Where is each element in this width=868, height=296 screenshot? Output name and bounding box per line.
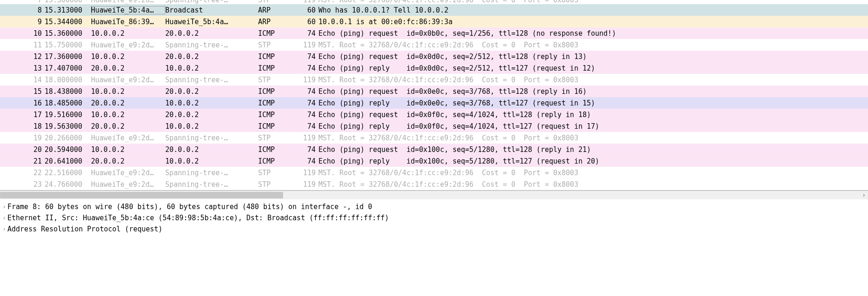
col-time: 24.766000 xyxy=(45,180,91,189)
col-source: 20.0.0.2 xyxy=(91,99,165,107)
packet-row[interactable]: 2020.59400010.0.0.220.0.0.2ICMP74Echo (p… xyxy=(0,144,868,155)
col-no: 19 xyxy=(0,134,45,142)
col-info: Echo (ping) request id=0x100c, seq=5/128… xyxy=(318,145,868,154)
packet-row[interactable]: 1819.56300020.0.0.210.0.0.2ICMP74Echo (p… xyxy=(0,120,868,132)
col-info: MST. Root = 32768/0/4c:1f:cc:e9:2d:96 Co… xyxy=(318,41,868,49)
packet-row[interactable]: 2120.64100020.0.0.210.0.0.2ICMP74Echo (p… xyxy=(0,155,868,167)
col-length: 119 xyxy=(292,180,318,189)
col-length: 74 xyxy=(292,111,318,119)
col-source: 10.0.0.2 xyxy=(91,87,165,96)
col-info: MST. Root = 32768/0/4c:1f:cc:e9:2d:96 Co… xyxy=(318,134,868,142)
col-length: 74 xyxy=(292,87,318,96)
col-protocol: ICMP xyxy=(258,99,292,107)
packet-row[interactable]: 1719.51600010.0.0.220.0.0.2ICMP74Echo (p… xyxy=(0,109,868,120)
col-no: 13 xyxy=(0,64,45,72)
col-no: 17 xyxy=(0,111,45,119)
col-source: 10.0.0.2 xyxy=(91,53,165,61)
col-time: 15.300000 xyxy=(45,0,91,4)
packet-list[interactable]: 715.300000HuaweiTe_e9:2d…Spanning-tree-…… xyxy=(0,0,868,191)
col-time: 20.641000 xyxy=(45,157,91,165)
scroll-right-arrow-icon[interactable]: › xyxy=(860,191,868,199)
packet-details-pane[interactable]: ›Frame 8: 60 bytes on wire (480 bits), 6… xyxy=(0,199,868,253)
packet-row[interactable]: 2324.766000HuaweiTe_e9:2d…Spanning-tree-… xyxy=(0,178,868,190)
detail-text: Frame 8: 60 bytes on wire (480 bits), 60… xyxy=(7,203,372,211)
col-info: MST. Root = 32768/0/4c:1f:cc:e9:2d:96 Co… xyxy=(318,180,868,189)
col-protocol: ARP xyxy=(258,18,292,26)
col-time: 18.438000 xyxy=(45,87,91,96)
col-destination: 20.0.0.2 xyxy=(165,111,258,119)
expand-chevron-icon[interactable]: › xyxy=(1,204,7,210)
packet-row[interactable]: 1920.266000HuaweiTe_e9:2d…Spanning-tree-… xyxy=(0,132,868,144)
col-protocol: ICMP xyxy=(258,157,292,165)
horizontal-scrollbar[interactable]: ‹ › xyxy=(0,191,868,199)
packet-row[interactable]: 2222.516000HuaweiTe_e9:2d…Spanning-tree-… xyxy=(0,167,868,178)
col-info: Echo (ping) reply id=0x0d0c, seq=2/512, … xyxy=(318,64,868,72)
col-source: 10.0.0.2 xyxy=(91,111,165,119)
col-destination: 20.0.0.2 xyxy=(165,53,258,61)
col-no: 11 xyxy=(0,41,45,49)
col-length: 119 xyxy=(292,76,318,84)
col-length: 60 xyxy=(292,6,318,14)
col-protocol: ICMP xyxy=(258,111,292,119)
packet-row[interactable]: 1217.36000010.0.0.220.0.0.2ICMP74Echo (p… xyxy=(0,51,868,62)
packet-row[interactable]: 1418.000000HuaweiTe_e9:2d…Spanning-tree-… xyxy=(0,74,868,86)
col-destination: Spanning-tree-… xyxy=(165,180,258,189)
detail-tree-item[interactable]: ›Ethernet II, Src: HuaweiTe_5b:4a:ce (54… xyxy=(1,212,868,224)
col-no: 14 xyxy=(0,76,45,84)
expand-chevron-icon[interactable]: › xyxy=(1,226,7,232)
col-time: 20.594000 xyxy=(45,145,91,154)
col-length: 74 xyxy=(292,99,318,107)
col-no: 9 xyxy=(0,18,45,26)
col-length: 74 xyxy=(292,53,318,61)
col-length: 119 xyxy=(292,0,318,4)
col-protocol: ICMP xyxy=(258,87,292,96)
expand-chevron-icon[interactable]: › xyxy=(1,215,7,221)
col-length: 74 xyxy=(292,122,318,131)
packet-row[interactable]: 815.313000HuaweiTe_5b:4a…BroadcastARP60W… xyxy=(0,4,868,16)
col-destination: 10.0.0.2 xyxy=(165,64,258,72)
col-protocol: STP xyxy=(258,169,292,177)
packet-row[interactable]: 1618.48500020.0.0.210.0.0.2ICMP74Echo (p… xyxy=(0,97,868,109)
detail-text: Address Resolution Protocol (request) xyxy=(7,225,162,233)
col-info: MST. Root = 32768/0/4c:1f:cc:e9:2d:96 Co… xyxy=(318,0,868,4)
col-protocol: ICMP xyxy=(258,53,292,61)
packet-row[interactable]: 715.300000HuaweiTe_e9:2d…Spanning-tree-…… xyxy=(0,0,868,4)
col-protocol: STP xyxy=(258,134,292,142)
col-destination: Spanning-tree-… xyxy=(165,0,258,4)
col-protocol: STP xyxy=(258,180,292,189)
col-info: Echo (ping) request id=0x0e0c, seq=3/768… xyxy=(318,87,868,96)
col-destination: HuaweiTe_5b:4a… xyxy=(165,18,258,26)
col-no: 21 xyxy=(0,157,45,165)
packet-row[interactable]: 915.344000HuaweiTe_86:39…HuaweiTe_5b:4a…… xyxy=(0,16,868,27)
col-destination: Spanning-tree-… xyxy=(165,169,258,177)
col-no: 23 xyxy=(0,180,45,189)
col-source: HuaweiTe_e9:2d… xyxy=(91,134,165,142)
col-source: HuaweiTe_e9:2d… xyxy=(91,41,165,49)
col-info: Echo (ping) reply id=0x0e0c, seq=3/768, … xyxy=(318,99,868,107)
col-source: HuaweiTe_5b:4a… xyxy=(91,6,165,14)
col-info: 10.0.0.1 is at 00:e0:fc:86:39:3a xyxy=(318,18,868,26)
packet-row[interactable]: 1115.750000HuaweiTe_e9:2d…Spanning-tree-… xyxy=(0,39,868,51)
col-protocol: ICMP xyxy=(258,64,292,72)
detail-tree-item[interactable]: ›Frame 8: 60 bytes on wire (480 bits), 6… xyxy=(1,201,868,212)
scrollbar-thumb[interactable] xyxy=(0,192,283,198)
col-source: 20.0.0.2 xyxy=(91,122,165,131)
col-protocol: STP xyxy=(258,41,292,49)
col-no: 16 xyxy=(0,99,45,107)
col-destination: 10.0.0.2 xyxy=(165,157,258,165)
col-source: 20.0.0.2 xyxy=(91,64,165,72)
col-destination: 10.0.0.2 xyxy=(165,122,258,131)
packet-row[interactable]: 1518.43800010.0.0.220.0.0.2ICMP74Echo (p… xyxy=(0,86,868,97)
packet-row[interactable]: 1015.36000010.0.0.220.0.0.2ICMP74Echo (p… xyxy=(0,27,868,39)
col-no: 15 xyxy=(0,87,45,96)
col-time: 19.516000 xyxy=(45,111,91,119)
col-time: 18.485000 xyxy=(45,99,91,107)
col-time: 19.563000 xyxy=(45,122,91,131)
detail-tree-item[interactable]: ›Address Resolution Protocol (request) xyxy=(1,224,868,235)
col-source: HuaweiTe_e9:2d… xyxy=(91,0,165,4)
col-protocol: ICMP xyxy=(258,122,292,131)
col-no: 8 xyxy=(0,6,45,14)
col-info: Echo (ping) reply id=0x100c, seq=5/1280,… xyxy=(318,157,868,165)
col-time: 17.407000 xyxy=(45,64,91,72)
packet-row[interactable]: 1317.40700020.0.0.210.0.0.2ICMP74Echo (p… xyxy=(0,62,868,74)
